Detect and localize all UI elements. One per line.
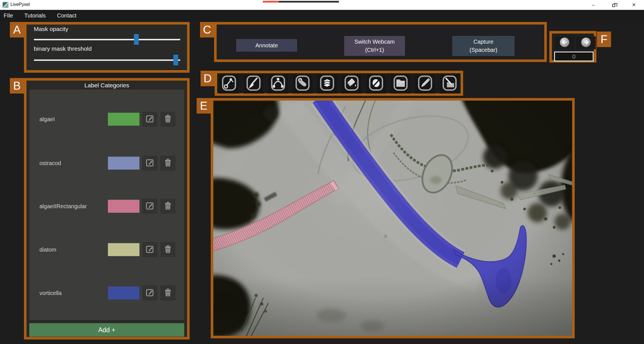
callout-box-e: E bbox=[211, 98, 575, 338]
category-name: algaeI bbox=[39, 112, 55, 126]
frame-counter-input[interactable]: 0 bbox=[554, 52, 594, 61]
microscopy-frame bbox=[213, 101, 572, 336]
layers-tool-button[interactable] bbox=[317, 74, 337, 94]
binary-threshold-slider[interactable] bbox=[34, 59, 180, 61]
mask-opacity-handle[interactable] bbox=[134, 34, 139, 45]
bezier-curve-tool-button[interactable] bbox=[268, 74, 288, 94]
add-category-button[interactable]: Add + bbox=[29, 323, 184, 337]
brush-tool-button[interactable] bbox=[243, 74, 264, 94]
annotate-button[interactable]: Annotate bbox=[236, 39, 297, 52]
bezier-curve-icon bbox=[270, 75, 286, 92]
edit-category-button[interactable] bbox=[143, 112, 157, 126]
menu-file[interactable]: FIle bbox=[4, 12, 13, 19]
binary-threshold-label: binary mask threshold bbox=[34, 45, 92, 52]
minimize-button[interactable]: – bbox=[583, 0, 603, 10]
switch-webcam-button[interactable]: Switch Webcam (Ctrl+1) bbox=[344, 36, 405, 56]
next-frame-button[interactable] bbox=[576, 36, 596, 49]
add-capsule-icon bbox=[295, 75, 310, 92]
pencil-square-icon bbox=[145, 288, 155, 298]
close-button[interactable]: ✕ bbox=[624, 0, 644, 10]
pencil-square-icon bbox=[145, 244, 155, 255]
pencil-icon bbox=[417, 75, 433, 92]
category-color-swatch[interactable] bbox=[108, 287, 139, 299]
category-list: algaeI ostracod bbox=[29, 90, 184, 320]
binary-threshold-handle[interactable] bbox=[174, 55, 178, 65]
callout-tag-a: A bbox=[10, 22, 24, 37]
category-color-swatch[interactable] bbox=[108, 243, 139, 256]
delete-category-button[interactable] bbox=[161, 112, 175, 126]
menu-tutorials[interactable]: Tutorials bbox=[24, 12, 46, 19]
edit-category-button[interactable] bbox=[143, 286, 157, 300]
callout-box-a: A Mask opacity binary mask threshold bbox=[24, 22, 190, 73]
pencil-square-icon bbox=[145, 201, 155, 212]
callout-box-d: D bbox=[215, 71, 463, 96]
delete-category-button[interactable] bbox=[161, 242, 175, 257]
edit-category-button[interactable] bbox=[143, 199, 157, 214]
callout-tag-f: F bbox=[597, 32, 611, 47]
category-row-vorticella: vorticella bbox=[29, 286, 184, 300]
delete-category-button[interactable] bbox=[161, 286, 175, 300]
menu-bar: FIle Tutorials Contact bbox=[0, 10, 644, 21]
capture-button[interactable]: Capture (Spacebar) bbox=[452, 36, 514, 56]
capture-button-shortcut: (Spacebar) bbox=[470, 46, 498, 54]
slashed-circle-icon bbox=[368, 75, 384, 92]
pencil-tool-button[interactable] bbox=[415, 74, 436, 94]
category-row-algaeIIRectangular: algaeIIRectangular bbox=[29, 199, 184, 214]
delete-category-button[interactable] bbox=[161, 156, 175, 170]
category-name: vorticella bbox=[39, 286, 62, 300]
switch-webcam-label: Switch Webcam bbox=[354, 38, 395, 46]
edit-category-button[interactable] bbox=[143, 242, 157, 257]
category-color-swatch[interactable] bbox=[108, 113, 139, 126]
arrow-left-icon bbox=[559, 37, 570, 49]
close-icon: ✕ bbox=[632, 2, 636, 8]
edit-category-button[interactable] bbox=[143, 156, 157, 170]
category-name: diatom bbox=[39, 242, 56, 257]
open-folder-tool-button[interactable] bbox=[390, 74, 411, 94]
callout-tag-c: C bbox=[200, 22, 214, 37]
callout-box-c: C Annotate Switch Webcam (Ctrl+1) Captur… bbox=[214, 22, 547, 62]
annotation-canvas[interactable] bbox=[213, 101, 572, 336]
previous-frame-button[interactable] bbox=[555, 36, 574, 49]
category-name: algaeIIRectangular bbox=[39, 199, 87, 214]
trash-icon bbox=[163, 158, 173, 168]
trash-icon bbox=[163, 114, 173, 125]
app-logo-icon bbox=[3, 2, 8, 8]
category-color-swatch[interactable] bbox=[108, 157, 139, 170]
label-categories-panel: Label Categories algaeI ostracod bbox=[26, 81, 187, 337]
add-capsule-tool-button[interactable] bbox=[292, 74, 313, 94]
capture-controls-panel: Annotate Switch Webcam (Ctrl+1) Capture … bbox=[217, 25, 544, 59]
switch-webcam-shortcut: (Ctrl+1) bbox=[365, 46, 384, 54]
delete-category-button[interactable] bbox=[161, 199, 175, 214]
folder-icon bbox=[393, 75, 408, 92]
callout-box-b: B Label Categories algaeI ostracod bbox=[24, 78, 190, 339]
category-row-diatom: diatom bbox=[29, 242, 184, 257]
minimize-icon: – bbox=[592, 2, 594, 8]
save-annotation-tool-button[interactable] bbox=[439, 74, 460, 94]
category-name: ostracod bbox=[39, 156, 61, 170]
category-color-swatch[interactable] bbox=[108, 200, 139, 213]
titlebar-progress-bar bbox=[263, 1, 339, 3]
restore-button[interactable] bbox=[603, 0, 624, 10]
layers-icon bbox=[319, 75, 335, 92]
fill-bucket-tool-button[interactable] bbox=[341, 74, 362, 94]
mask-opacity-label: Mask opacity bbox=[34, 26, 68, 32]
node-polyline-icon bbox=[221, 75, 237, 92]
annotation-toolbar bbox=[217, 73, 461, 93]
brush-icon bbox=[246, 75, 261, 92]
arrow-right-icon bbox=[581, 37, 591, 49]
livepyxel-window: LivePyxel – ✕ FIle Tutorials Contact A M… bbox=[0, 0, 644, 344]
mask-opacity-slider[interactable] bbox=[34, 39, 180, 40]
trash-icon bbox=[163, 201, 173, 212]
fill-bucket-icon bbox=[344, 75, 359, 92]
trash-icon bbox=[163, 288, 173, 298]
mask-controls-panel: Mask opacity binary mask threshold bbox=[26, 25, 187, 70]
node-polyline-tool-button[interactable] bbox=[219, 74, 239, 94]
menu-contact[interactable]: Contact bbox=[57, 12, 76, 19]
pencil-square-icon bbox=[145, 158, 155, 168]
progress-red-segment bbox=[263, 1, 279, 3]
window-controls: – ✕ bbox=[583, 0, 644, 10]
capture-button-label: Capture bbox=[473, 38, 493, 46]
annotate-button-label: Annotate bbox=[255, 41, 278, 50]
label-categories-title: Label Categories bbox=[26, 82, 187, 89]
clear-mask-tool-button[interactable] bbox=[366, 74, 387, 94]
